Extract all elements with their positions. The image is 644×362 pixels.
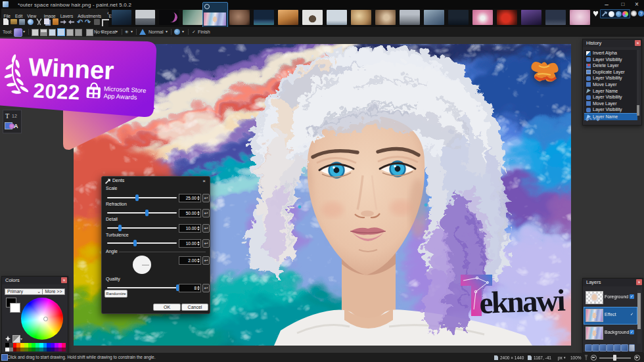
svg-text:2022: 2022	[33, 79, 80, 104]
svg-text:App Awards: App Awards	[103, 92, 137, 101]
svg-text:eknawi: eknawi	[479, 283, 566, 320]
